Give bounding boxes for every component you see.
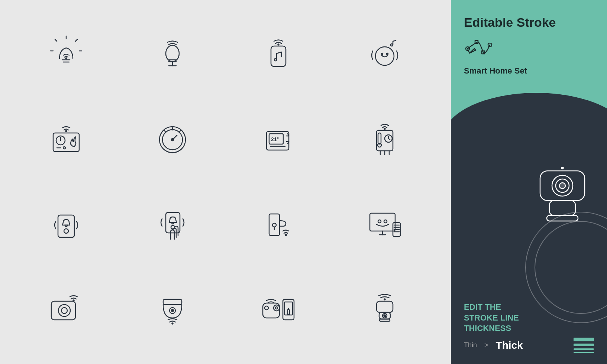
icon-smart-tv: [333, 184, 436, 265]
svg-point-73: [274, 305, 280, 311]
svg-text:21°: 21°: [271, 136, 279, 142]
svg-rect-14: [271, 46, 286, 66]
icon-smart-bulb: [15, 15, 117, 96]
icon-smart-boiler: [333, 100, 436, 181]
svg-point-70: [171, 309, 174, 312]
svg-line-41: [388, 139, 390, 140]
svg-point-18: [65, 131, 67, 132]
icon-grid: 21°: [0, 0, 451, 364]
svg-rect-96: [547, 215, 578, 221]
svg-rect-84: [380, 319, 390, 321]
right-top-section: Editable Stroke Smart Home Set: [451, 0, 607, 137]
icon-smart-sensor: [121, 269, 224, 350]
line-thick-4: [574, 338, 594, 341]
thick-label: Thick: [496, 339, 523, 351]
svg-point-30: [171, 139, 174, 141]
svg-point-82: [384, 315, 386, 317]
icon-smart-doorbell-touch: [121, 184, 224, 265]
svg-line-2: [75, 39, 77, 41]
svg-point-16: [381, 53, 383, 55]
bottom-content: EDIT THE STROKE LINE THICKNESS Thin > Th…: [451, 291, 607, 364]
thin-thick-row: Thin > Thick: [464, 338, 594, 353]
icon-smart-camera-dome: [333, 269, 436, 350]
svg-rect-68: [163, 299, 182, 305]
svg-point-67: [61, 308, 67, 313]
svg-point-13: [278, 44, 279, 45]
svg-rect-54: [370, 213, 395, 231]
subtitle-label: Smart Home Set: [464, 66, 594, 76]
svg-rect-65: [51, 301, 75, 320]
svg-line-27: [179, 130, 181, 132]
svg-point-17: [387, 53, 388, 55]
line-thick-3: [574, 344, 594, 346]
thin-label: Thin: [464, 341, 477, 349]
svg-point-8: [166, 45, 179, 62]
icon-smart-camera-square: [15, 269, 117, 350]
right-bottom-section: EDIT THE STROKE LINE THICKNESS Thin > Th…: [451, 137, 607, 364]
svg-point-15: [375, 47, 394, 65]
svg-point-74: [275, 307, 278, 309]
svg-point-71: [172, 323, 173, 324]
svg-point-47: [64, 229, 68, 233]
icon-smart-doorbell: [15, 184, 117, 265]
pen-tool-icon: [464, 38, 594, 59]
svg-rect-50: [269, 214, 280, 235]
svg-point-95: [559, 183, 565, 189]
edit-stroke-text: EDIT THE STROKE LINE THICKNESS: [464, 302, 594, 334]
svg-point-78: [384, 299, 385, 300]
large-camera-icon: [529, 156, 596, 232]
svg-point-75: [265, 306, 268, 310]
icon-smart-gauge: [121, 100, 224, 181]
line-thickness-indicator: [574, 338, 594, 353]
line-thick-1: [574, 352, 594, 353]
right-panel: Editable Stroke Smart Home Set: [451, 0, 607, 364]
svg-point-23: [63, 147, 65, 149]
svg-point-90: [562, 167, 564, 169]
icon-smart-stove: [15, 100, 117, 181]
svg-rect-37: [378, 133, 381, 144]
svg-rect-79: [377, 301, 393, 312]
icon-smart-speaker: [227, 15, 330, 96]
svg-point-57: [378, 220, 381, 223]
icon-smart-lock: [227, 184, 330, 265]
svg-point-7: [65, 58, 67, 59]
svg-point-53: [285, 234, 287, 235]
icon-smart-lamp: [121, 15, 224, 96]
line-thick-2: [574, 348, 594, 350]
svg-point-58: [384, 220, 387, 223]
icon-smart-controller: [227, 269, 330, 350]
svg-rect-92: [549, 201, 575, 215]
svg-point-51: [272, 223, 276, 227]
main-title: Editable Stroke: [464, 15, 594, 30]
svg-point-66: [58, 305, 70, 316]
svg-point-35: [384, 129, 385, 130]
icon-smart-thermostat: 21°: [227, 100, 330, 181]
svg-line-1: [55, 39, 57, 41]
icon-smart-globe-speaker: [333, 15, 436, 96]
arrow-separator: >: [484, 341, 488, 349]
svg-line-28: [164, 130, 166, 132]
